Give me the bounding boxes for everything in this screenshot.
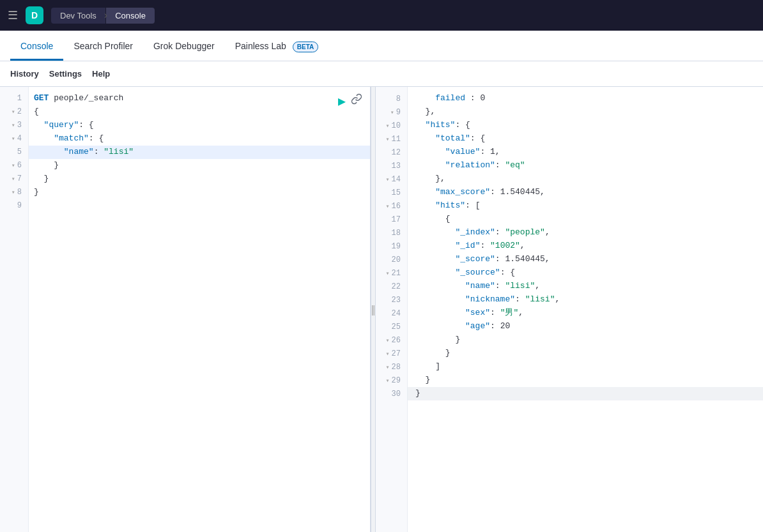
- rln-14: ▾14: [376, 172, 407, 186]
- ln-3: ▾3: [0, 119, 28, 132]
- resp-line-30: }: [408, 387, 763, 400]
- rln-26: ▾26: [376, 333, 407, 347]
- history-button[interactable]: History: [10, 69, 39, 79]
- rln-28: ▾28: [376, 360, 407, 374]
- ln-1: 1: [0, 92, 28, 105]
- rln-21: ▾21: [376, 266, 407, 280]
- breadcrumb-devtools[interactable]: Dev Tools: [51, 8, 105, 24]
- rln-11: ▾11: [376, 132, 407, 146]
- sub-toolbar: History Settings Help: [0, 61, 763, 87]
- rln-23: 23: [376, 293, 407, 307]
- rln-30: 30: [376, 387, 407, 400]
- resp-line-19: "_id": "1002",: [408, 239, 763, 253]
- resp-line-17: {: [408, 213, 763, 226]
- rln-18: 18: [376, 226, 407, 239]
- resp-line-26: }: [408, 333, 763, 347]
- ln-6: ▾6: [0, 159, 28, 172]
- ln-5: 5: [0, 146, 28, 159]
- help-button[interactable]: Help: [92, 69, 110, 79]
- response-panel: 8 ▾9 ▾10 ▾11 12 13 ▾14 15 ▾16 17 18 19 2…: [376, 87, 763, 532]
- rln-19: 19: [376, 239, 407, 253]
- tab-bar: Console Search Profiler Grok Debugger Pa…: [0, 31, 763, 61]
- panel-divider[interactable]: ‖: [371, 87, 376, 532]
- rln-24: 24: [376, 307, 407, 320]
- rln-17: 17: [376, 213, 407, 226]
- resp-line-25: "age": 20: [408, 320, 763, 333]
- response-line-numbers: 8 ▾9 ▾10 ▾11 12 13 ▾14 15 ▾16 17 18 19 2…: [376, 87, 408, 532]
- resp-line-8: failed : 0: [408, 92, 763, 105]
- resp-line-9: },: [408, 105, 763, 119]
- tab-painless-lab[interactable]: Painless Lab BETA: [225, 33, 329, 61]
- resp-line-22: "name": "lisi",: [408, 280, 763, 293]
- resp-line-16: "hits": [: [408, 199, 763, 213]
- resp-line-29: }: [408, 374, 763, 387]
- editor-line-6: }: [29, 159, 370, 172]
- resp-line-10: "hits": {: [408, 119, 763, 132]
- rln-15: 15: [376, 186, 407, 199]
- editor-line-3: "query": {: [29, 119, 370, 132]
- rln-27: ▾27: [376, 347, 407, 360]
- rln-25: 25: [376, 320, 407, 333]
- resp-line-15: "max_score": 1.540445,: [408, 186, 763, 199]
- top-bar: ☰ D Dev Tools › Console: [0, 0, 763, 31]
- resp-line-13: "relation": "eq": [408, 159, 763, 172]
- editor-line-numbers: 1 ▾2 ▾3 ▾4 5 ▾6 ▾7 ▾8 9: [0, 87, 29, 532]
- beta-badge: BETA: [293, 42, 318, 52]
- app-avatar: D: [26, 6, 43, 24]
- resp-line-12: "value": 1,: [408, 146, 763, 159]
- resp-line-23: "nickname": "lisi",: [408, 293, 763, 307]
- breadcrumb-console[interactable]: Console: [106, 8, 155, 24]
- tab-console[interactable]: Console: [10, 33, 63, 61]
- breadcrumb-separator: ›: [104, 10, 107, 21]
- editor-line-5: "name": "lisi": [29, 146, 370, 159]
- rln-10: ▾10: [376, 119, 407, 132]
- tab-grok-debugger[interactable]: Grok Debugger: [143, 33, 225, 61]
- ln-7: ▾7: [0, 172, 28, 186]
- main-content: 1 ▾2 ▾3 ▾4 5 ▾6 ▾7 ▾8 9 ▶: [0, 87, 763, 532]
- rln-12: 12: [376, 146, 407, 159]
- ln-2: ▾2: [0, 105, 28, 119]
- ln-9: 9: [0, 199, 28, 213]
- tab-search-profiler[interactable]: Search Profiler: [63, 33, 143, 61]
- resp-line-28: ]: [408, 360, 763, 374]
- ln-4: ▾4: [0, 132, 28, 146]
- rln-9: ▾9: [376, 105, 407, 119]
- response-code-content: failed : 0 }, "hits": { "total": { "valu…: [408, 87, 763, 532]
- resp-line-18: "_index": "people",: [408, 226, 763, 239]
- ln-8: ▾8: [0, 186, 28, 199]
- resp-line-27: }: [408, 347, 763, 360]
- resp-line-24: "sex": "男",: [408, 307, 763, 320]
- settings-button[interactable]: Settings: [49, 69, 82, 79]
- editor-line-1: GET people/_search: [29, 92, 370, 105]
- rln-13: 13: [376, 159, 407, 172]
- resp-line-14: },: [408, 172, 763, 186]
- hamburger-icon[interactable]: ☰: [8, 8, 18, 22]
- breadcrumb: Dev Tools › Console: [51, 8, 155, 24]
- rln-22: 22: [376, 280, 407, 293]
- rln-8: 8: [376, 92, 407, 105]
- rln-29: ▾29: [376, 374, 407, 387]
- editor-line-4: "match": {: [29, 132, 370, 146]
- editor-line-2: {: [29, 105, 370, 119]
- rln-20: 20: [376, 253, 407, 266]
- resp-line-11: "total": {: [408, 132, 763, 146]
- editor-code-content[interactable]: ▶ GET people/_search { "query": {: [29, 87, 370, 532]
- editor-line-8: }: [29, 186, 370, 199]
- editor-line-7: }: [29, 172, 370, 186]
- rln-16: ▾16: [376, 199, 407, 213]
- resp-line-20: "_score": 1.540445,: [408, 253, 763, 266]
- editor-panel: 1 ▾2 ▾3 ▾4 5 ▾6 ▾7 ▾8 9 ▶: [0, 87, 371, 532]
- resp-line-21: "_source": {: [408, 266, 763, 280]
- editor-line-9: [29, 199, 370, 213]
